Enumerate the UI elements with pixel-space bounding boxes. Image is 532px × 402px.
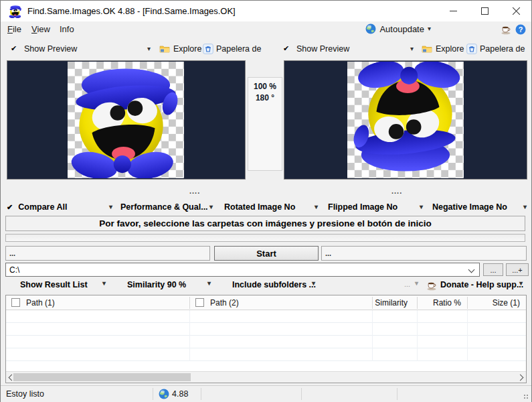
- status-message: Estoy listo: [6, 389, 44, 399]
- chevron-down-icon[interactable]: [468, 267, 475, 273]
- donate-dropdown[interactable]: Donate - Help supp...: [440, 280, 523, 289]
- progress-bar: [5, 234, 525, 242]
- papelera-button-left[interactable]: Papelera de: [216, 44, 261, 54]
- column-path2[interactable]: Path (2): [210, 298, 239, 308]
- app-window: Find.Same.Images.OK 4.88 - [Find.Same.Im…: [0, 0, 532, 402]
- globe-icon: [159, 389, 169, 399]
- instruction-message-bar: Por favor, seleccione las carpetas con i…: [5, 216, 525, 231]
- recycle-bin-icon: [203, 44, 213, 54]
- similarity-dropdown[interactable]: Similarity 90 %: [127, 280, 186, 289]
- chevron-down-icon[interactable]: ▾: [312, 280, 315, 287]
- browse-button[interactable]: ...: [483, 263, 503, 276]
- chevron-down-icon: ▾: [523, 204, 527, 210]
- maximize-button[interactable]: [469, 1, 501, 21]
- left-status-field: ...: [5, 246, 210, 261]
- folder-icon: [422, 44, 432, 54]
- autoupdate-control[interactable]: Autoupdate ▾: [365, 23, 431, 34]
- column-similarity[interactable]: Similarity: [375, 298, 408, 308]
- column-ratio[interactable]: Ratio %: [433, 298, 461, 308]
- negative-image-dropdown[interactable]: Negative Image No ▾: [432, 201, 527, 213]
- status-bar: Estoy listo 4.88: [1, 385, 531, 402]
- rotation-info-panel: 100 % 180 °: [248, 77, 282, 171]
- chevron-down-icon[interactable]: ▾: [207, 280, 211, 287]
- negative-image-label: Negative Image No: [432, 202, 507, 212]
- show-preview-dropdown-right[interactable]: Show Preview: [296, 44, 349, 54]
- minimize-button[interactable]: [438, 1, 469, 21]
- recycle-bin-icon: [466, 44, 477, 54]
- preview-caption-right: ....: [391, 187, 402, 195]
- version-label: 4.88: [172, 389, 188, 399]
- menu-info[interactable]: Info: [60, 24, 74, 34]
- show-result-list-dropdown[interactable]: Show Result List: [20, 280, 88, 289]
- results-table-header: Path (1) Path (2) Similarity Ratio % Siz…: [6, 295, 526, 310]
- menu-file[interactable]: File: [7, 24, 21, 34]
- explore-button-left[interactable]: Explore: [173, 44, 201, 54]
- column-size1[interactable]: Size (1): [493, 298, 520, 308]
- scroll-right-icon[interactable]: [517, 375, 524, 381]
- chevron-down-icon: ▾: [109, 204, 112, 210]
- chevron-down-icon[interactable]: ▾: [415, 280, 418, 287]
- app-icon: [9, 5, 22, 18]
- rotated-image-dropdown[interactable]: Rotated Image No ▾: [224, 201, 318, 213]
- chevron-down-icon: ▾: [209, 204, 213, 210]
- browse-add-button[interactable]: ...+: [506, 263, 529, 276]
- path2-checkbox[interactable]: [195, 298, 204, 307]
- resize-grip[interactable]: [524, 395, 529, 400]
- globe-icon: [365, 23, 376, 34]
- menu-view[interactable]: View: [31, 24, 50, 34]
- chevron-down-icon: ▾: [315, 204, 318, 210]
- compare-all-dropdown[interactable]: ✔ Compare All ▾: [7, 201, 112, 213]
- preview-panel-right: [284, 60, 527, 180]
- maximize-icon: [481, 7, 489, 15]
- show-preview-dropdown-left[interactable]: Show Preview: [24, 44, 77, 54]
- performance-quality-dropdown[interactable]: Performance & Qual... ▾: [120, 201, 213, 213]
- close-icon: [512, 7, 521, 15]
- coffee-icon: [426, 280, 437, 291]
- chevron-down-icon: ▾: [420, 204, 423, 210]
- chevron-down-icon[interactable]: ▾: [102, 280, 106, 287]
- performance-quality-label: Performance & Qual...: [120, 202, 208, 212]
- horizontal-scrollbar[interactable]: [6, 371, 526, 383]
- flipped-image-label: Flipped Image No: [328, 202, 397, 212]
- autoupdate-label: Autoupdate: [379, 24, 424, 34]
- coffee-icon[interactable]: [501, 24, 511, 35]
- checkmark-icon: ✔: [283, 44, 289, 53]
- checkmark-icon: ✔: [11, 44, 17, 53]
- window-title: Find.Same.Images.OK 4.88 - [Find.Same.Im…: [27, 6, 236, 16]
- results-table-body: [6, 310, 526, 361]
- folder-icon: [159, 44, 170, 54]
- preview-caption-left: ....: [189, 187, 200, 195]
- folder-path-combobox[interactable]: C:\: [5, 263, 480, 277]
- start-button[interactable]: Start: [214, 246, 319, 261]
- preview-image-left: [68, 62, 184, 178]
- preview-image-right: [347, 62, 464, 178]
- chevron-down-icon[interactable]: ▾: [410, 46, 414, 52]
- folder-path-value: C:\: [9, 265, 19, 275]
- preview-panel-left: [7, 60, 246, 180]
- explore-button-right[interactable]: Explore: [436, 44, 464, 54]
- chevron-down-icon[interactable]: ▾: [147, 46, 151, 52]
- menu-bar: File View Info Autoupdate ▾: [1, 21, 531, 38]
- compare-all-label: Compare All: [18, 202, 67, 212]
- rotation-angle: 180 °: [248, 92, 282, 104]
- papelera-button-right[interactable]: Papelera de: [480, 44, 525, 54]
- close-button[interactable]: [501, 1, 532, 21]
- results-table: Path (1) Path (2) Similarity Ratio % Siz…: [5, 295, 527, 383]
- scrollbar-thumb[interactable]: [13, 373, 191, 381]
- chevron-down-icon[interactable]: ▾: [519, 280, 523, 287]
- include-subfolders-dropdown[interactable]: Include subfolders ...: [232, 280, 316, 289]
- zoom-level: 100 %: [248, 81, 282, 92]
- checkmark-icon: ✔: [7, 203, 13, 212]
- right-status-field: ...: [321, 246, 527, 261]
- chevron-down-icon: ▾: [428, 25, 431, 32]
- title-bar: Find.Same.Images.OK 4.88 - [Find.Same.Im…: [1, 1, 531, 21]
- path1-checkbox[interactable]: [11, 298, 20, 307]
- column-path1[interactable]: Path (1): [26, 298, 55, 308]
- minimize-icon: [450, 11, 457, 11]
- rotated-image-label: Rotated Image No: [224, 202, 295, 212]
- flipped-image-dropdown[interactable]: Flipped Image No ▾: [328, 201, 423, 213]
- more-options-dropdown[interactable]: ...: [404, 280, 410, 288]
- help-icon[interactable]: [515, 24, 526, 35]
